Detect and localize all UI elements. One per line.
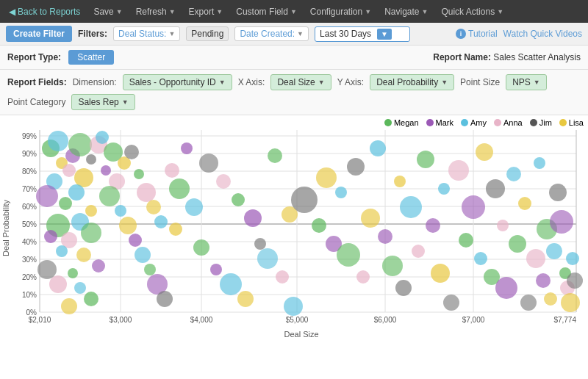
megan-dot [384,119,392,126]
svg-point-69 [99,186,120,206]
svg-point-96 [257,248,278,269]
svg-point-56 [76,248,91,262]
svg-point-141 [549,184,567,201]
quick-actions-menu[interactable]: Quick Actions ▼ [435,4,509,20]
svg-point-52 [44,230,57,243]
y-axis-caret-icon: ▼ [441,79,448,86]
report-name-label: Report Name: [433,52,491,62]
navigate-menu[interactable]: Navigate ▼ [379,4,434,20]
svg-text:20%: 20% [22,273,37,281]
svg-point-40 [68,133,92,156]
svg-point-49 [85,205,97,217]
svg-point-83 [169,178,190,199]
legend-jim: Jim [530,118,552,127]
svg-text:40%: 40% [22,238,37,246]
custom-field-caret-icon: ▼ [290,8,297,15]
save-caret-icon: ▼ [116,8,123,15]
anna-label: Anna [503,118,523,127]
svg-point-139 [544,292,557,306]
svg-point-41 [62,164,76,177]
date-created-filter[interactable]: Date Created: ▼ [234,26,309,41]
svg-point-137 [536,273,551,288]
anna-dot [494,119,501,126]
svg-point-118 [426,218,440,233]
report-fields-label: Report Fields: [7,77,67,87]
svg-point-95 [254,238,266,250]
date-created-caret-icon: ▼ [297,30,304,37]
legend-megan: Megan [384,118,419,127]
svg-point-64 [96,131,109,144]
svg-point-81 [157,291,173,307]
svg-point-114 [395,280,412,296]
svg-text:99%: 99% [22,132,37,140]
svg-point-86 [169,223,182,236]
point-size-caret-icon: ▼ [534,79,540,86]
svg-point-121 [443,295,459,311]
point-size-label: Point Size [460,77,500,87]
point-category-dropdown[interactable]: Sales Rep ▼ [71,94,135,110]
info-icon: i [456,29,466,39]
svg-point-92 [232,193,245,206]
svg-point-112 [382,256,403,276]
svg-point-82 [165,163,179,178]
svg-text:$4,000: $4,000 [190,316,213,324]
svg-point-122 [448,160,469,181]
chart-legend: Megan Mark Amy Anna Jim Lisa [12,115,588,130]
svg-point-94 [244,209,262,227]
svg-point-46 [36,185,58,207]
svg-point-119 [431,264,450,283]
legend-mark: Mark [426,118,453,127]
y-axis-label: Y Axis: [337,77,364,87]
svg-point-134 [520,295,537,311]
create-filter-button[interactable]: Create Filter [6,26,72,42]
point-size-dropdown[interactable]: NPS ▼ [506,74,547,90]
back-to-reports-button[interactable]: ◀ Back to Reports [3,4,86,20]
export-menu[interactable]: Export ▼ [183,4,229,20]
svg-point-74 [134,169,144,179]
y-axis-dropdown[interactable]: Deal Probability ▼ [370,74,454,90]
svg-point-62 [84,292,98,306]
jim-dot [530,119,537,126]
svg-text:60%: 60% [22,203,37,211]
quick-actions-caret-icon: ▼ [497,8,503,15]
svg-point-130 [495,277,517,299]
save-menu[interactable]: Save ▼ [87,4,128,20]
svg-point-147 [567,272,583,289]
navigate-caret-icon: ▼ [422,8,429,15]
fields-bar: Report Fields: Dimension: Sales - Opport… [0,70,588,115]
configuration-menu[interactable]: Configuration ▼ [304,4,377,20]
deal-status-filter[interactable]: Deal Status: ▼ [113,26,180,41]
svg-point-75 [135,247,151,263]
svg-point-61 [74,282,86,294]
svg-point-44 [86,154,96,165]
svg-point-110 [370,140,386,156]
svg-text:70%: 70% [22,185,37,193]
x-axis-dropdown[interactable]: Deal Size ▼ [270,74,331,90]
watch-videos-link[interactable]: Watch Quick Videos [503,29,582,39]
svg-point-88 [199,154,218,173]
chart-inner: Megan Mark Amy Anna Jim Lisa [12,115,588,340]
y-axis-label: Deal Probability [0,115,12,340]
svg-point-115 [400,196,422,218]
svg-point-80 [154,215,168,228]
tutorial-link[interactable]: i Tutorial [456,29,498,39]
fields-row-1: Report Fields: Dimension: Sales - Opport… [7,74,581,90]
date-range-dropdown[interactable]: Last 30 Days ▼ [315,26,410,42]
pending-filter-value: Pending [186,26,229,41]
svg-point-98 [276,270,289,284]
svg-point-120 [438,183,450,195]
x-axis-label: X Axis: [238,77,265,87]
svg-point-128 [486,179,505,198]
svg-point-85 [185,198,203,216]
jim-label: Jim [539,118,552,127]
chart-wrapper: Deal Probability Megan Mark Amy Anna Ji [0,115,588,340]
svg-point-117 [417,151,434,168]
custom-field-menu[interactable]: Custom Field ▼ [230,4,303,20]
scatter-button[interactable]: Scatter [68,50,114,65]
x-axis-ticks: $2,010 $3,000 $4,000 $5,000 $6,000 $7,00… [29,316,577,324]
svg-point-84 [181,142,193,154]
dimension-dropdown[interactable]: Sales - Opportunity ID ▼ [123,74,232,90]
refresh-menu[interactable]: Refresh ▼ [130,4,182,20]
svg-point-136 [534,157,545,169]
legend-lisa: Lisa [559,118,584,127]
